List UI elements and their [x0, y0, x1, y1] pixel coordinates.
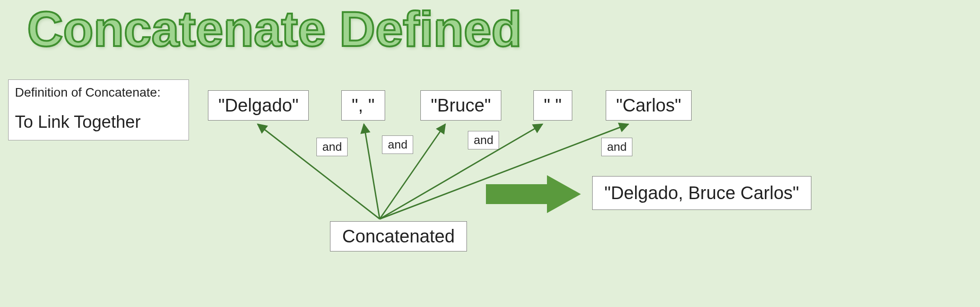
and-label-2: and — [382, 135, 413, 154]
and-label-1: and — [316, 138, 348, 156]
piece-space: " " — [533, 90, 572, 121]
result-box: "Delgado, Bruce Carlos" — [592, 176, 811, 210]
arrow-to-comma — [364, 124, 380, 219]
arrow-to-carlos — [380, 124, 628, 219]
and-label-3: and — [468, 131, 499, 149]
piece-carlos: "Carlos" — [606, 90, 692, 121]
and-label-4: and — [601, 138, 632, 156]
piece-comma-space: ", " — [341, 90, 385, 121]
definition-heading: Definition of Concatenate: — [15, 85, 182, 100]
slide-title: Concatenate Defined — [27, 0, 522, 57]
piece-bruce: "Bruce" — [420, 90, 501, 121]
result-arrow-icon — [486, 175, 581, 213]
definition-box: Definition of Concatenate: To Link Toget… — [8, 79, 189, 140]
piece-delgado: "Delgado" — [208, 90, 309, 121]
source-label-box: Concatenated — [330, 221, 467, 251]
definition-text: To Link Together — [15, 112, 182, 132]
